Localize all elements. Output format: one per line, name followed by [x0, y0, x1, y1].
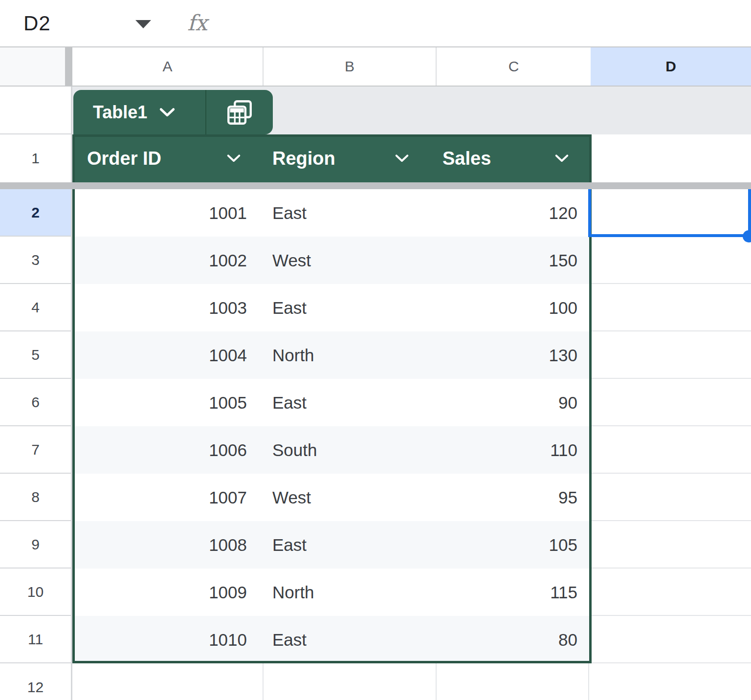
cell-column-d[interactable] [589, 379, 751, 426]
column-header-a[interactable]: A [72, 47, 264, 86]
selection-border-left [588, 189, 591, 237]
cell-a12[interactable] [72, 663, 264, 700]
cell-c12[interactable] [437, 663, 589, 700]
cell-column-d[interactable] [589, 189, 751, 237]
cell-sales[interactable]: 130 [437, 331, 589, 379]
cell-order-id[interactable]: 1010 [72, 616, 264, 663]
row-header[interactable]: 4 [0, 284, 72, 331]
cell-region[interactable]: South [264, 426, 437, 474]
table-row: 6 1005 East 90 [0, 379, 751, 426]
cell-order-id[interactable]: 1004 [72, 331, 264, 379]
header-label: Order ID [87, 148, 161, 169]
cell-sales[interactable]: 115 [437, 569, 589, 616]
cell-order-id[interactable]: 1002 [72, 237, 264, 284]
column-header-d-selected[interactable]: D [591, 47, 751, 86]
cell-order-id[interactable]: 1008 [72, 521, 264, 569]
header-cell-order-id[interactable]: Order ID [72, 134, 264, 182]
row-header[interactable]: 10 [0, 569, 72, 616]
row-header[interactable]: 7 [0, 426, 72, 474]
cell-column-d[interactable] [589, 521, 751, 569]
column-filter-chevron-icon[interactable] [395, 154, 409, 163]
cell-column-d[interactable] [589, 616, 751, 663]
cell-order-id[interactable]: 1006 [72, 426, 264, 474]
row-number: 7 [31, 441, 40, 458]
cell-order-id[interactable]: 1009 [72, 569, 264, 616]
row-number: 4 [31, 299, 40, 316]
cell-sales[interactable]: 80 [437, 616, 589, 663]
table-row: 2 1001 East 120 [0, 189, 751, 237]
cell-sales[interactable]: 105 [437, 521, 589, 569]
row-header-12[interactable]: 12 [0, 663, 72, 700]
row-header[interactable]: 11 [0, 616, 72, 663]
cell-region[interactable]: East [264, 521, 437, 569]
column-header-c[interactable]: C [437, 47, 591, 86]
cell-sales[interactable]: 95 [437, 474, 589, 521]
cell-d12[interactable] [589, 663, 751, 700]
row-header-1[interactable]: 1 [0, 134, 72, 182]
cell-column-d[interactable] [589, 426, 751, 474]
cell-sales[interactable]: 90 [437, 379, 589, 426]
formula-toolbar: D2 fx [0, 0, 751, 46]
column-header-b[interactable]: B [264, 47, 437, 86]
table-header-row: 1 Order ID Region Sales [0, 134, 751, 182]
cell-region[interactable]: West [264, 237, 437, 284]
row-number: 10 [27, 584, 44, 600]
table-row: 5 1004 North 130 [0, 331, 751, 379]
cell-region[interactable]: North [264, 331, 437, 379]
cell-region[interactable]: East [264, 379, 437, 426]
name-box-value: D2 [23, 12, 51, 35]
row-header[interactable]: 3 [0, 237, 72, 284]
cell-region[interactable]: North [264, 569, 437, 616]
cell-sales[interactable]: 100 [437, 284, 589, 331]
table-name-button[interactable]: Table1 [73, 90, 205, 134]
cell-region[interactable]: East [264, 284, 437, 331]
frozen-row-divider[interactable] [0, 182, 751, 189]
row-header[interactable]: 6 [0, 379, 72, 426]
table-name-label: Table1 [93, 102, 147, 123]
fx-icon: fx [187, 10, 207, 35]
table-row: 9 1008 East 105 [0, 521, 751, 569]
header-cell-sales[interactable]: Sales [437, 134, 591, 182]
selection-border-bottom [588, 234, 751, 237]
row-number: 11 [28, 631, 43, 648]
table-menu-button[interactable] [206, 90, 273, 134]
row-number: 12 [27, 679, 44, 696]
row-number: 1 [31, 150, 40, 167]
cell-sales[interactable]: 120 [437, 189, 589, 237]
table-row: 8 1007 West 95 [0, 474, 751, 521]
select-all-corner[interactable] [0, 47, 65, 86]
cell-column-d[interactable] [589, 474, 751, 521]
cell-order-id[interactable]: 1005 [72, 379, 264, 426]
cell-column-d[interactable] [589, 237, 751, 284]
row-header[interactable]: 9 [0, 521, 72, 569]
column-filter-chevron-icon[interactable] [226, 154, 241, 163]
cell-column-d[interactable] [589, 569, 751, 616]
row-header-blank[interactable] [0, 87, 72, 134]
table-name-chip[interactable]: Table1 [73, 90, 273, 134]
row-header[interactable]: 5 [0, 331, 72, 379]
spreadsheet-app: D2 fx A B C D Table1 [0, 0, 751, 700]
table-header-cells: Order ID Region Sales [72, 134, 591, 182]
table-row: 3 1002 West 150 [0, 237, 751, 284]
table-row: 11 1010 East 80 [0, 616, 751, 663]
name-box[interactable]: D2 [0, 0, 166, 46]
header-label: Sales [442, 148, 491, 169]
data-rows: 2 1001 East 120 3 1002 West 150 4 1003 E… [0, 189, 751, 663]
cell-order-id[interactable]: 1007 [72, 474, 264, 521]
cell-region[interactable]: West [264, 474, 437, 521]
cell-sales[interactable]: 110 [437, 426, 589, 474]
cell-order-id[interactable]: 1001 [72, 189, 264, 237]
row-header[interactable]: 2 [0, 189, 72, 237]
cell-b12[interactable] [264, 663, 437, 700]
row-header[interactable]: 8 [0, 474, 72, 521]
row-number: 9 [31, 536, 40, 553]
cell-region[interactable]: East [264, 189, 437, 237]
cell-order-id[interactable]: 1003 [72, 284, 264, 331]
cell-sales[interactable]: 150 [437, 237, 589, 284]
cell-region[interactable]: East [264, 616, 437, 663]
cell-column-d[interactable] [589, 331, 751, 379]
name-box-dropdown-icon[interactable] [135, 20, 151, 28]
header-cell-region[interactable]: Region [264, 134, 437, 182]
column-filter-chevron-icon[interactable] [554, 154, 569, 163]
cell-column-d[interactable] [589, 284, 751, 331]
